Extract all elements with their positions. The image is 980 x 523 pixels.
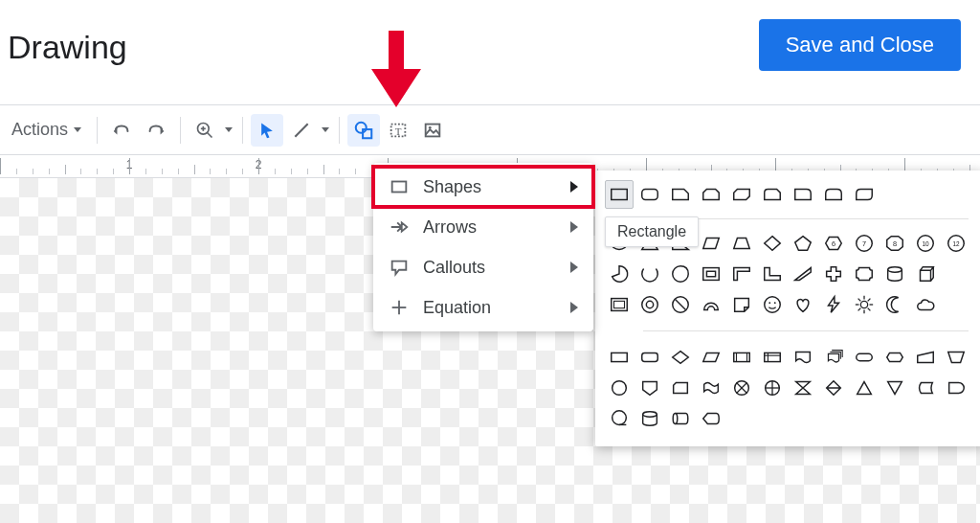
- shape-bevel[interactable]: [605, 290, 634, 319]
- chevron-down-icon: [322, 127, 329, 132]
- svg-line-42: [858, 299, 861, 302]
- shape-heptagon[interactable]: 7: [850, 229, 879, 258]
- actions-menu-button[interactable]: Actions: [4, 114, 89, 146]
- shape-flow-document[interactable]: [789, 343, 817, 372]
- redo-button[interactable]: [140, 114, 172, 147]
- chevron-right-icon: [570, 302, 578, 313]
- shape-flow-collate[interactable]: [789, 374, 817, 402]
- shape-round-diag[interactable]: [850, 180, 879, 209]
- shape-folded-corner[interactable]: [727, 290, 756, 319]
- shape-decagon[interactable]: 10: [911, 229, 940, 258]
- shape-teardrop[interactable]: [666, 260, 695, 288]
- shape-flow-or[interactable]: [758, 374, 787, 402]
- menu-item-shapes[interactable]: Shapes: [373, 167, 593, 207]
- shape-snip-diag[interactable]: [727, 180, 756, 209]
- shape-sun[interactable]: [850, 290, 879, 319]
- zoom-group: [189, 114, 234, 147]
- shape-snip-same[interactable]: [697, 180, 725, 209]
- shape-half-frame[interactable]: [727, 260, 756, 288]
- dialog-header: Drawing Save and Close: [0, 0, 980, 105]
- shape-frame[interactable]: [697, 260, 725, 288]
- shape-flow-process[interactable]: [605, 343, 634, 372]
- shape-flow-sort[interactable]: [819, 374, 848, 402]
- shape-can[interactable]: [880, 260, 909, 288]
- shape-flow-magnetic[interactable]: [635, 404, 664, 433]
- svg-text:6: 6: [832, 239, 835, 248]
- undo-icon: [111, 120, 132, 141]
- menu-item-arrows[interactable]: Arrows: [373, 207, 593, 247]
- svg-point-65: [673, 414, 678, 424]
- shape-flow-predefined[interactable]: [727, 343, 756, 372]
- shape-diag-stripe[interactable]: [789, 260, 817, 288]
- shape-diamond[interactable]: [758, 229, 787, 258]
- menu-item-equation[interactable]: Equation: [373, 287, 593, 328]
- gallery-row: [605, 180, 980, 209]
- shape-flow-stored[interactable]: [911, 374, 940, 402]
- zoom-button[interactable]: [189, 114, 221, 147]
- shape-flow-manual-input[interactable]: [911, 343, 940, 372]
- shape-chord[interactable]: [635, 260, 664, 288]
- shape-block-arc[interactable]: [697, 290, 725, 319]
- zoom-dropdown[interactable]: [221, 114, 234, 147]
- shape-flow-decision[interactable]: [666, 343, 695, 372]
- tooltip-label: Rectangle: [617, 223, 686, 239]
- shape-flow-delay[interactable]: [942, 374, 970, 402]
- shape-tool-button[interactable]: [347, 114, 380, 147]
- shape-cross[interactable]: [819, 260, 848, 288]
- shape-flow-seq[interactable]: [605, 404, 634, 433]
- shape-flow-connector[interactable]: [605, 374, 634, 402]
- shape-heart[interactable]: [789, 290, 817, 319]
- select-tool-button[interactable]: [251, 114, 283, 147]
- shape-pentagon[interactable]: [789, 229, 817, 258]
- shape-flow-internal[interactable]: [758, 343, 787, 372]
- shape-cube[interactable]: [911, 260, 940, 288]
- shape-l-shape[interactable]: [758, 260, 787, 288]
- line-tool-button[interactable]: [285, 114, 318, 147]
- shape-flow-merge[interactable]: [880, 374, 909, 402]
- shape-round-same[interactable]: [819, 180, 848, 209]
- svg-point-36: [774, 302, 776, 304]
- shape-pie[interactable]: [605, 260, 634, 288]
- shape-no-symbol[interactable]: [666, 290, 695, 319]
- shape-moon[interactable]: [880, 290, 909, 319]
- shape-snip-round[interactable]: [758, 180, 787, 209]
- line-dropdown[interactable]: [318, 114, 331, 147]
- menu-item-label: Callouts: [423, 258, 485, 278]
- shape-flow-data[interactable]: [697, 343, 725, 372]
- callout-outline-icon: [389, 257, 410, 278]
- shape-flow-terminator[interactable]: [850, 343, 879, 372]
- shape-flow-card[interactable]: [666, 374, 695, 402]
- shape-flow-offpage[interactable]: [635, 374, 664, 402]
- shape-octagon[interactable]: 8: [880, 229, 909, 258]
- shape-donut[interactable]: [635, 290, 664, 319]
- menu-item-callouts[interactable]: Callouts: [373, 247, 593, 287]
- shape-flow-direct[interactable]: [666, 404, 695, 433]
- shape-hexagon[interactable]: 6: [819, 229, 848, 258]
- shape-cloud[interactable]: [911, 290, 940, 319]
- undo-button[interactable]: [105, 114, 138, 147]
- shape-flow-manual-op[interactable]: [942, 343, 970, 372]
- shape-snip-single[interactable]: [666, 180, 695, 209]
- shape-plaque[interactable]: [850, 260, 879, 288]
- shape-flow-alt-process[interactable]: [635, 343, 664, 372]
- shape-flow-multi[interactable]: [819, 343, 848, 372]
- shape-smiley[interactable]: [758, 290, 787, 319]
- shape-flow-preparation[interactable]: [880, 343, 909, 372]
- shape-tooltip: Rectangle: [605, 216, 699, 247]
- shape-round-single[interactable]: [789, 180, 817, 209]
- svg-point-31: [646, 301, 653, 307]
- textbox-tool-button[interactable]: T: [382, 114, 414, 147]
- shape-rectangle[interactable]: [605, 180, 634, 209]
- shape-flow-display[interactable]: [697, 404, 725, 433]
- image-tool-button[interactable]: [416, 114, 449, 147]
- shape-dodecagon[interactable]: 12: [942, 229, 970, 258]
- shape-flow-junction[interactable]: [727, 374, 756, 402]
- shape-lightning[interactable]: [819, 290, 848, 319]
- save-and-close-button[interactable]: Save and Close: [759, 19, 961, 71]
- chevron-down-icon: [225, 127, 233, 132]
- shape-rounded-rectangle[interactable]: [635, 180, 664, 209]
- shape-flow-tape[interactable]: [697, 374, 725, 402]
- shape-parallelogram[interactable]: [697, 229, 725, 258]
- shape-trapezoid[interactable]: [727, 229, 756, 258]
- shape-flow-extract[interactable]: [850, 374, 879, 402]
